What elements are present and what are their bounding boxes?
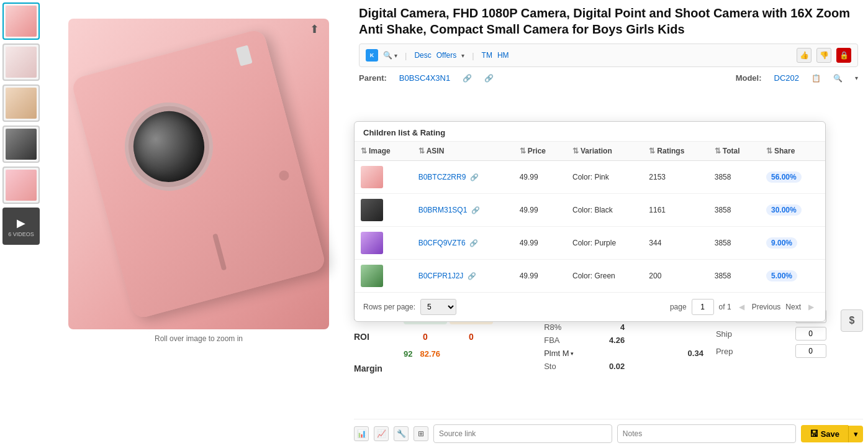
thumbnail-4[interactable] — [2, 126, 40, 163]
cell-total-2: 3858 — [708, 227, 760, 260]
save-dropdown-btn[interactable]: ▾ — [848, 426, 863, 442]
sto-label: Sto — [544, 362, 594, 371]
parent-external-icon[interactable]: 🔗 — [484, 74, 494, 83]
bottom-toolbar: 📊 📈 🔧 ⊞ 🖫 Save ▾ — [354, 419, 863, 448]
keepa-bar: K 🔍 ▾ | Desc Offers ▾ | TM HM 👍 👎 🔒 — [359, 43, 858, 67]
thumbnail-2[interactable] — [2, 43, 40, 81]
col-total[interactable]: ⇅Total — [708, 142, 760, 161]
next-label: Next — [785, 303, 801, 311]
plmt-chevron: ▾ — [571, 350, 574, 357]
fba-row: FBA 4.26 — [544, 336, 703, 345]
rows-per-page-select[interactable]: 5 10 25 50 — [420, 299, 456, 315]
plmt-label: Plmt M — [544, 349, 569, 358]
thumbnail-3[interactable] — [2, 85, 40, 122]
popup-title: Children list & Rating — [355, 122, 825, 142]
roi-values: 0 0 — [404, 329, 493, 344]
cell-asin-0[interactable]: B0BTCZ2RR9 🔗 — [412, 161, 513, 194]
cell-ratings-0: 2153 — [643, 161, 708, 194]
wrench-icon[interactable]: 🔧 — [394, 426, 409, 441]
parent-asin[interactable]: B0BSC4X3N1 — [399, 73, 450, 83]
cell-image-1 — [355, 194, 412, 227]
table-icon[interactable]: ⊞ — [414, 426, 428, 441]
plmt-val: 0.34 — [672, 349, 703, 358]
roi-extra-1: 92 — [404, 349, 412, 359]
model-copy-icon[interactable]: 📋 — [811, 74, 821, 83]
cell-total-0: 3858 — [708, 161, 760, 194]
r8-val: 4 — [594, 322, 625, 332]
cell-total-3: 3858 — [708, 260, 760, 293]
fba-label: FBA — [544, 336, 594, 345]
roi-val-1: 0 — [404, 329, 447, 344]
lock-btn[interactable]: 🔒 — [836, 48, 851, 63]
sto-val: 0.02 — [594, 362, 625, 371]
parent-label: Parent: — [359, 73, 387, 83]
col-price[interactable]: ⇅Price — [513, 142, 566, 161]
save-icon: 🖫 — [810, 429, 818, 439]
thumbs-down-btn[interactable]: 👎 — [816, 48, 831, 63]
keepa-desc-link[interactable]: Desc — [414, 51, 431, 60]
model-label: Model: — [736, 73, 762, 83]
col-variation[interactable]: ⇅Variation — [566, 142, 643, 161]
keepa-tm-link[interactable]: TM — [482, 51, 492, 60]
fba-val: 4.26 — [594, 336, 625, 345]
margin-label: Margin — [354, 363, 404, 373]
table-row: B0CFPR1J2J 🔗 49.99 Color: Green 200 3858… — [355, 260, 825, 293]
meta-row: Parent: B0BSC4X3N1 🔗 🔗 Model: DC202 📋 🔍 … — [359, 73, 858, 83]
chart-icon[interactable]: 📊 — [354, 426, 369, 441]
roi-val-2: 0 — [450, 329, 493, 344]
separator-1: | — [405, 51, 407, 60]
chevron-down-icon-2: ▾ — [461, 52, 464, 59]
thumbnail-1[interactable] — [2, 2, 40, 40]
plmt-dropdown[interactable]: Plmt M ▾ — [544, 349, 573, 358]
roi-label: ROI — [354, 332, 404, 342]
roi-extra-row: 92 82.76 — [404, 349, 538, 359]
roi-row: ROI 0 0 — [354, 329, 538, 344]
model-value[interactable]: DC202 — [774, 73, 799, 83]
parent-copy-icon[interactable]: 🔗 — [463, 74, 472, 83]
col-image[interactable]: ⇅Image — [355, 142, 412, 161]
cell-image-3 — [355, 260, 412, 293]
margin-row: Margin — [354, 363, 538, 373]
cell-share-1: 30.00% — [760, 194, 825, 227]
notes-input[interactable] — [617, 424, 796, 443]
model-search-icon[interactable]: 🔍 — [833, 74, 843, 83]
prev-btn[interactable]: ◀ — [736, 301, 747, 313]
keepa-hm-link[interactable]: HM — [497, 51, 509, 60]
cell-asin-1[interactable]: B0BRM31SQ1 🔗 — [412, 194, 513, 227]
next-btn[interactable]: ▶ — [806, 301, 816, 313]
pagination: Rows per page: 5 10 25 50 page of 1 ◀ Pr… — [355, 292, 825, 321]
keepa-offers-label[interactable]: Offers — [436, 51, 456, 60]
cell-ratings-3: 200 — [643, 260, 708, 293]
save-button[interactable]: 🖫 Save — [801, 425, 848, 442]
cell-price-3: 49.99 — [513, 260, 566, 293]
rows-per-page-label: Rows per page: — [363, 303, 415, 311]
col-share[interactable]: ⇅Share — [760, 142, 825, 161]
keepa-search[interactable]: 🔍 ▾ — [383, 51, 397, 60]
prep-input[interactable] — [795, 344, 826, 358]
cell-share-3: 5.00% — [760, 260, 825, 293]
col-asin[interactable]: ⇅ASIN — [412, 142, 513, 161]
model-chevron[interactable]: ▾ — [855, 75, 858, 81]
dollar-btn[interactable]: $ — [841, 309, 863, 332]
thumbnail-video[interactable]: ▶ 6 VIDEOS — [2, 208, 40, 245]
plmt-row: Plmt M ▾ 0.34 — [544, 349, 703, 358]
page-input[interactable] — [692, 299, 714, 315]
cell-ratings-2: 344 — [643, 227, 708, 260]
camera-body — [71, 28, 327, 319]
source-input[interactable] — [433, 424, 612, 443]
main-product-image[interactable]: ⬆ — [68, 19, 329, 329]
keepa-logo[interactable]: K — [366, 49, 378, 62]
table-row: B0CFQ9VZT6 🔗 49.99 Color: Purple 344 385… — [355, 227, 825, 260]
thumbs-up-btn[interactable]: 👍 — [797, 48, 811, 63]
thumbnail-5[interactable] — [2, 167, 40, 204]
cell-share-2: 9.00% — [760, 227, 825, 260]
cell-asin-2[interactable]: B0CFQ9VZT6 🔗 — [412, 227, 513, 260]
ship-input[interactable] — [795, 327, 826, 341]
cell-asin-3[interactable]: B0CFPR1J2J 🔗 — [412, 260, 513, 293]
cell-variation-3: Color: Green — [566, 260, 643, 293]
cell-total-1: 3858 — [708, 194, 760, 227]
share-icon[interactable]: ⬆ — [310, 22, 319, 36]
cell-variation-2: Color: Purple — [566, 227, 643, 260]
bar-icon[interactable]: 📈 — [374, 426, 389, 441]
col-ratings[interactable]: ⇅Ratings — [643, 142, 708, 161]
